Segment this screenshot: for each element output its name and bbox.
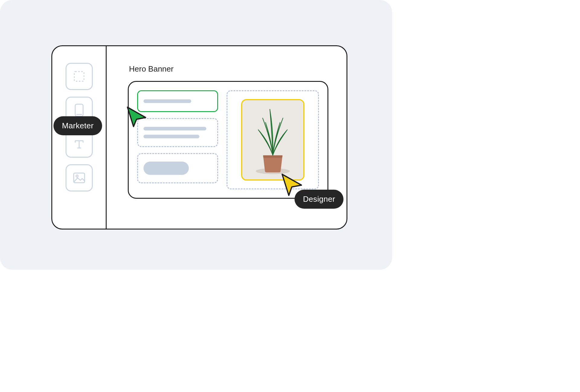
text-icon xyxy=(73,138,85,150)
hero-right-column[interactable] xyxy=(227,90,319,189)
text-bar xyxy=(143,135,199,138)
sidebar xyxy=(52,46,107,229)
button-shape xyxy=(143,162,189,175)
hero-frame xyxy=(128,81,328,199)
section-title: Hero Banner xyxy=(129,64,328,74)
image-tool[interactable] xyxy=(66,164,93,191)
paragraph-placeholder[interactable] xyxy=(137,118,218,147)
hero-left-column xyxy=(137,90,218,189)
text-bar xyxy=(143,99,191,103)
dashed-square-icon xyxy=(73,71,85,82)
svg-rect-3 xyxy=(74,173,85,183)
image-icon xyxy=(73,172,85,183)
plant-illustration xyxy=(242,100,303,179)
designer-label: Designer xyxy=(295,190,343,209)
marketer-label: Marketer xyxy=(53,116,102,135)
svg-rect-0 xyxy=(74,72,84,81)
heading-placeholder[interactable] xyxy=(137,90,218,112)
selection-tool[interactable] xyxy=(66,63,93,90)
button-placeholder[interactable] xyxy=(137,153,218,183)
page-card: Hero Banner xyxy=(0,0,392,270)
svg-point-4 xyxy=(76,175,78,177)
text-bar xyxy=(143,127,206,130)
rectangle-icon xyxy=(75,104,84,117)
image-placeholder[interactable] xyxy=(241,99,304,181)
